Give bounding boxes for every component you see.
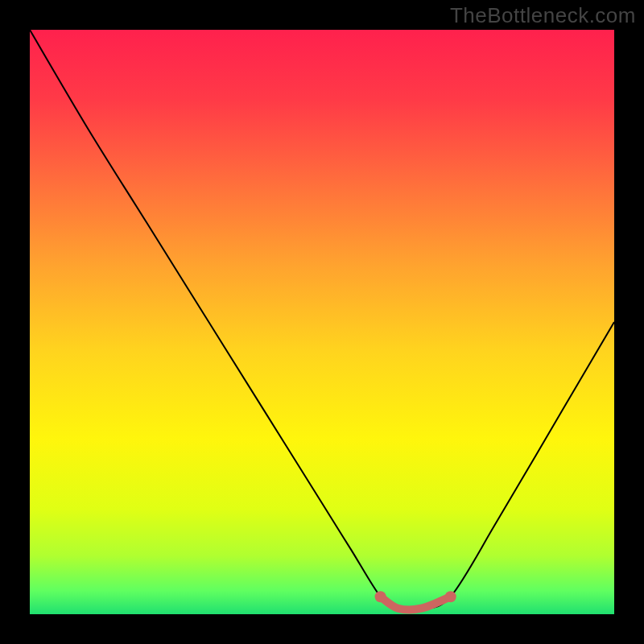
plot-area <box>30 30 614 614</box>
chart-svg <box>30 30 614 614</box>
watermark-text: TheBottleneck.com <box>450 3 636 28</box>
highlight-start-dot <box>375 591 386 602</box>
chart-container: TheBottleneck.com <box>0 0 644 644</box>
highlight-end-dot <box>445 591 456 602</box>
gradient-background <box>30 30 614 614</box>
